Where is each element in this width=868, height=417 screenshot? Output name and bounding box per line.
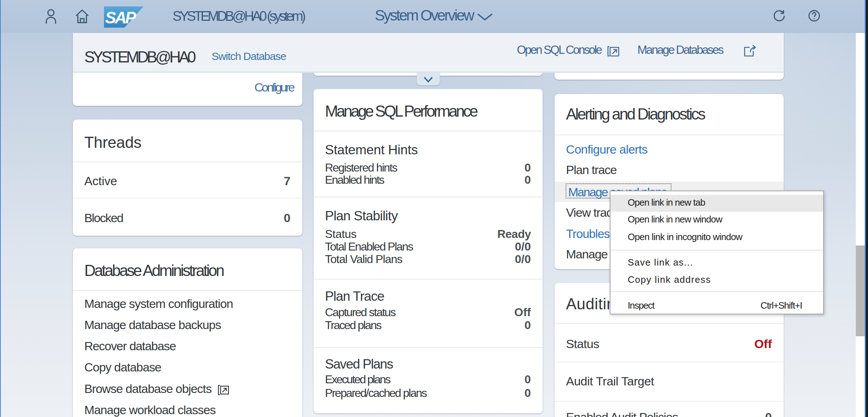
- svg-text:SAP: SAP: [105, 8, 136, 27]
